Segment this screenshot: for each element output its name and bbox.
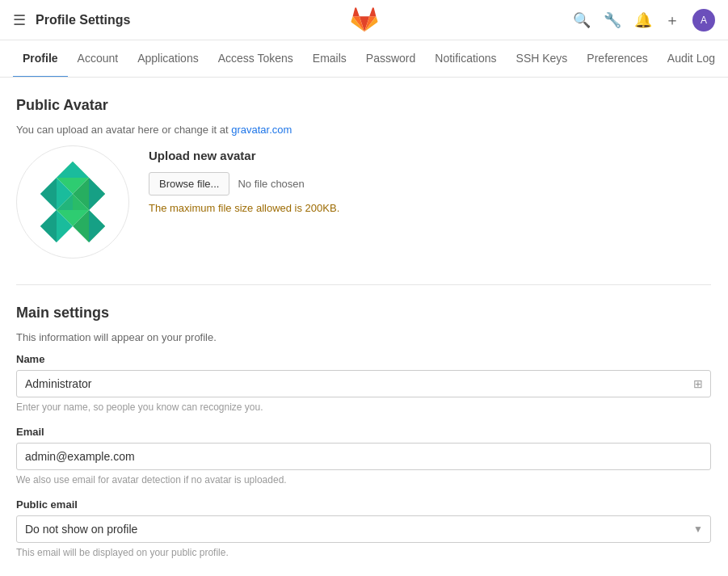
name-input-icon: ⊞	[693, 377, 703, 390]
name-input[interactable]	[16, 370, 711, 397]
name-hint: Enter your name, so people you know can …	[16, 402, 711, 413]
no-file-chosen-text: No file chosen	[238, 178, 304, 190]
plus-icon[interactable]: ＋	[665, 11, 680, 30]
navbar-left: ☰ Profile Settings	[13, 11, 573, 29]
public-email-select-wrapper: Do not show on profile admin@example.com…	[16, 515, 711, 543]
page-title: Profile Settings	[36, 13, 130, 27]
public-email-field-group: Public email Do not show on profile admi…	[16, 498, 711, 558]
email-hint: We also use email for avatar detection i…	[16, 474, 711, 486]
main-settings-info: This information will appear on your pro…	[16, 331, 711, 343]
email-input[interactable]	[16, 443, 711, 470]
name-field-group: Name ⊞ Enter your name, so people you kn…	[16, 353, 711, 413]
name-input-wrapper: ⊞	[16, 370, 711, 397]
tab-notifications[interactable]: Notifications	[425, 40, 506, 78]
avatar-upload-container: Upload new avatar Browse file... No file…	[16, 145, 711, 259]
user-avatar[interactable]: A	[692, 9, 715, 32]
gitlab-logo[interactable]	[350, 4, 379, 33]
navbar-right: 🔍 🔧 🔔 ＋ A	[573, 9, 715, 32]
tab-profile[interactable]: Profile	[13, 40, 68, 78]
avatar-preview	[16, 145, 129, 259]
public-email-select[interactable]: Do not show on profile admin@example.com	[16, 515, 711, 543]
gravatar-link[interactable]: gravatar.com	[231, 124, 292, 136]
navbar-center	[350, 4, 379, 36]
tab-audit-log[interactable]: Audit Log	[658, 40, 725, 78]
tab-applications[interactable]: Applications	[128, 40, 208, 78]
file-size-note: The maximum file size allowed is 200KB.	[149, 202, 339, 214]
tab-emails[interactable]: Emails	[303, 40, 356, 78]
tab-preferences[interactable]: Preferences	[577, 40, 657, 78]
wrench-icon[interactable]: 🔧	[604, 11, 621, 29]
public-email-label: Public email	[16, 498, 711, 511]
hamburger-icon[interactable]: ☰	[13, 11, 26, 29]
section-divider-1	[16, 284, 711, 285]
tab-navigation: Profile Account Applications Access Toke…	[0, 40, 728, 78]
avatar-info-text: You can upload an avatar here or change …	[16, 124, 711, 136]
file-input-row: Browse file... No file chosen	[149, 172, 339, 196]
upload-title: Upload new avatar	[149, 149, 339, 162]
browse-file-button[interactable]: Browse file...	[149, 172, 229, 196]
avatar-info-prefix: You can upload an avatar here or change …	[16, 124, 231, 136]
main-settings-section: Main settings This information will appe…	[16, 305, 711, 558]
email-label: Email	[16, 426, 711, 438]
page-content: Public Avatar You can upload an avatar h…	[0, 78, 727, 576]
search-icon[interactable]: 🔍	[573, 11, 591, 29]
main-settings-title: Main settings	[16, 305, 711, 322]
tab-access-tokens[interactable]: Access Tokens	[208, 40, 303, 78]
tab-ssh-keys[interactable]: SSH Keys	[507, 40, 578, 78]
public-avatar-section: Public Avatar You can upload an avatar h…	[16, 97, 711, 259]
bell-icon[interactable]: 🔔	[634, 11, 652, 29]
public-email-hint: This email will be displayed on your pub…	[16, 547, 711, 558]
avatar-upload-area: Upload new avatar Browse file... No file…	[149, 145, 339, 214]
avatar-image	[20, 149, 125, 254]
navbar: ☰ Profile Settings 🔍 🔧 🔔 ＋ A	[0, 0, 728, 40]
tab-account[interactable]: Account	[68, 40, 128, 78]
avatar-section-title: Public Avatar	[16, 97, 711, 114]
tab-password[interactable]: Password	[356, 40, 425, 78]
name-label: Name	[16, 353, 711, 365]
email-field-group: Email We also use email for avatar detec…	[16, 426, 711, 486]
